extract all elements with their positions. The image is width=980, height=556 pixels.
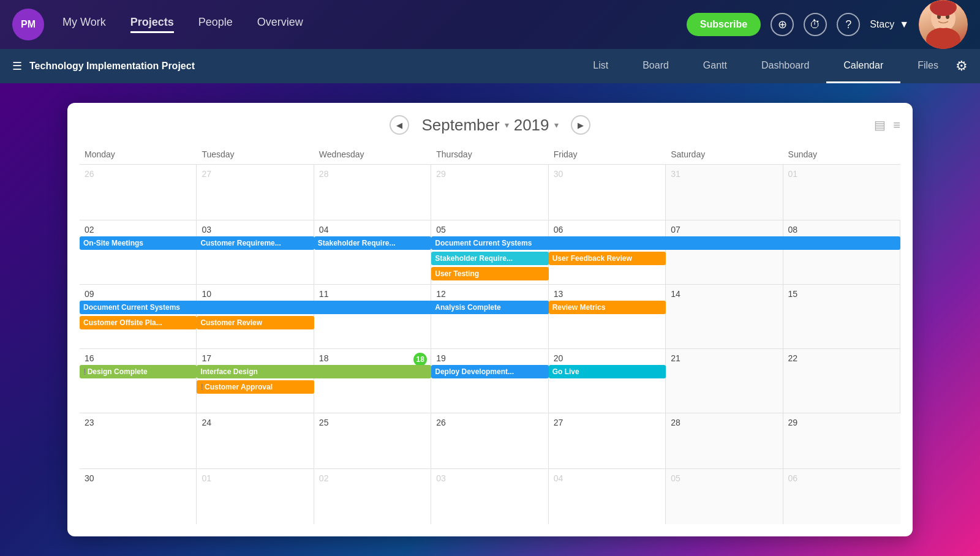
event-badge-18: 18 <box>413 353 427 366</box>
cal-cell-sep18[interactable]: 18 18 <box>314 349 431 413</box>
cal-cell-aug31[interactable]: 31 <box>666 165 783 220</box>
calendar-header: ◀ September ▾ 2019 ▾ ▶ ▤ ≡ <box>80 115 900 135</box>
calendar-week-3: 09 10 11 12 13 14 15 Document Current Sy… <box>80 284 900 348</box>
tab-files[interactable]: Files <box>900 49 956 83</box>
cal-cell-sep06[interactable]: 06 <box>549 220 666 284</box>
cal-cell-sep03[interactable]: 03 <box>197 220 314 284</box>
next-month-button[interactable]: ▶ <box>571 115 590 135</box>
cal-cell-sep24[interactable]: 24 <box>197 413 314 468</box>
cal-year: 2019 <box>514 116 549 135</box>
days-of-week-header: Monday Tuesday Wednesday Thursday Friday… <box>80 147 900 162</box>
cal-cell-aug27[interactable]: 27 <box>197 165 314 220</box>
dow-saturday: Saturday <box>666 147 783 162</box>
cal-cell-sep20[interactable]: 20 <box>549 349 666 413</box>
dow-thursday: Thursday <box>431 147 548 162</box>
dow-sunday: Sunday <box>783 147 900 162</box>
help-icon-button[interactable]: ? <box>837 13 860 36</box>
tab-gantt[interactable]: Gantt <box>686 49 744 83</box>
calendar-container: ◀ September ▾ 2019 ▾ ▶ ▤ ≡ Monday Tuesda… <box>67 103 913 536</box>
subscribe-button[interactable]: Subscribe <box>687 13 761 36</box>
cal-cell-sep07[interactable]: 07 <box>666 220 783 284</box>
project-title: Technology Implementation Project <box>29 61 576 72</box>
sub-nav-tabs: List Board Gantt Dashboard Calendar File… <box>576 49 956 83</box>
cal-cell-sep15[interactable]: 15 <box>783 285 900 348</box>
add-icon-button[interactable]: ⊕ <box>771 13 794 36</box>
month-dropdown-icon[interactable]: ▾ <box>505 120 509 130</box>
cal-cell-sep10[interactable]: 10 <box>197 285 314 348</box>
cal-cell-sep04[interactable]: 04 <box>314 220 431 284</box>
cal-cell-sep05[interactable]: 05 <box>431 220 548 284</box>
user-avatar[interactable] <box>919 0 968 49</box>
prev-month-button[interactable]: ◀ <box>390 115 409 135</box>
cal-cell-oct06[interactable]: 06 <box>783 469 900 524</box>
cal-cell-sep23[interactable]: 23 <box>80 413 197 468</box>
dow-monday: Monday <box>80 147 197 162</box>
cal-month-year: September ▾ 2019 ▾ <box>421 116 558 135</box>
app-logo: PM <box>12 9 44 40</box>
cal-cell-oct01[interactable]: 01 <box>197 469 314 524</box>
cal-cell-sep13[interactable]: 13 <box>549 285 666 348</box>
calendar-week-5: 23 24 25 26 27 28 29 <box>80 413 900 468</box>
bg-area: ◀ September ▾ 2019 ▾ ▶ ▤ ≡ Monday Tuesda… <box>0 83 980 556</box>
cal-cell-aug30[interactable]: 30 <box>549 165 666 220</box>
dow-tuesday: Tuesday <box>197 147 314 162</box>
cal-cell-sep17[interactable]: 17 <box>197 349 314 413</box>
cal-cell-oct03[interactable]: 03 <box>431 469 548 524</box>
settings-icon[interactable]: ⚙ <box>956 58 968 74</box>
top-nav: PM My Work Projects People Overview Subs… <box>0 0 980 49</box>
cal-cell-oct04[interactable]: 04 <box>549 469 666 524</box>
cal-cell-sep28[interactable]: 28 <box>666 413 783 468</box>
nav-people[interactable]: People <box>198 16 233 33</box>
rss-icon[interactable]: ▤ <box>874 118 886 132</box>
cal-cell-sep22[interactable]: 22 <box>783 349 900 413</box>
cal-cell-aug29[interactable]: 29 <box>431 165 548 220</box>
cal-cell-oct02[interactable]: 02 <box>314 469 431 524</box>
nav-projects[interactable]: Projects <box>130 16 174 33</box>
cal-cell-sep12[interactable]: 12 <box>431 285 548 348</box>
dow-friday: Friday <box>549 147 666 162</box>
filter-icon[interactable]: ≡ <box>893 118 900 132</box>
cal-cell-sep19[interactable]: 19 <box>431 349 548 413</box>
nav-my-work[interactable]: My Work <box>62 16 106 33</box>
calendar-week-1: 26 27 28 29 30 31 01 <box>80 164 900 220</box>
cal-cell-sep26[interactable]: 26 <box>431 413 548 468</box>
dow-wednesday: Wednesday <box>314 147 431 162</box>
cal-cell-sep02[interactable]: 02 <box>80 220 197 284</box>
user-name: Stacy <box>870 19 894 30</box>
sub-nav: ☰ Technology Implementation Project List… <box>0 49 980 83</box>
tab-board[interactable]: Board <box>625 49 686 83</box>
svg-point-6 <box>931 1 956 16</box>
svg-point-1 <box>926 28 960 49</box>
menu-icon[interactable]: ☰ <box>12 59 22 73</box>
cal-cell-sep01[interactable]: 01 <box>783 165 900 220</box>
main-nav: My Work Projects People Overview <box>62 16 687 33</box>
calendar-week-6: 30 01 02 03 04 05 06 <box>80 468 900 524</box>
cal-cell-oct05[interactable]: 05 <box>666 469 783 524</box>
cal-cell-sep08[interactable]: 08 <box>783 220 900 284</box>
nav-overview[interactable]: Overview <box>257 16 303 33</box>
cal-cell-sep27[interactable]: 27 <box>549 413 666 468</box>
cal-cell-aug28[interactable]: 28 <box>314 165 431 220</box>
cal-cell-aug26[interactable]: 26 <box>80 165 197 220</box>
nav-right: Subscribe ⊕ ⏱ ? Stacy ▼ <box>687 0 968 49</box>
cal-cell-sep09[interactable]: 09 <box>80 285 197 348</box>
tab-calendar[interactable]: Calendar <box>826 49 900 83</box>
cal-month: September <box>421 116 499 135</box>
cal-cell-sep11[interactable]: 11 <box>314 285 431 348</box>
tab-list[interactable]: List <box>576 49 625 83</box>
cal-cell-sep16[interactable]: 16 <box>80 349 197 413</box>
user-menu[interactable]: Stacy ▼ <box>870 19 909 30</box>
year-dropdown-icon[interactable]: ▾ <box>554 120 559 130</box>
timer-icon-button[interactable]: ⏱ <box>804 13 827 36</box>
tab-dashboard[interactable]: Dashboard <box>744 49 826 83</box>
cal-cell-sep25[interactable]: 25 <box>314 413 431 468</box>
cal-cell-sep21[interactable]: 21 <box>666 349 783 413</box>
cal-cell-sep14[interactable]: 14 <box>666 285 783 348</box>
cal-tools: ▤ ≡ <box>874 118 900 132</box>
calendar-week-4: 16 17 18 18 19 20 21 22 !Design Complete… <box>80 348 900 413</box>
calendar-week-2: 02 03 04 05 06 07 08 On-Site Meetings Cu… <box>80 220 900 284</box>
cal-cell-sep30[interactable]: 30 <box>80 469 197 524</box>
user-dropdown-icon: ▼ <box>899 19 909 30</box>
cal-cell-sep29[interactable]: 29 <box>783 413 900 468</box>
